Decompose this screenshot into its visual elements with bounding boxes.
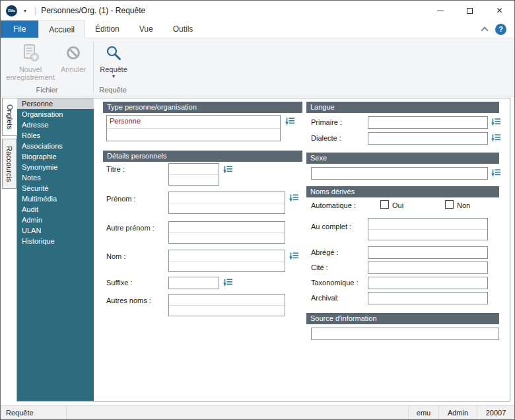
tab-outils[interactable]: Outils — [163, 20, 203, 38]
maximize-button[interactable] — [455, 1, 485, 20]
group-label-requete: Requête — [94, 86, 132, 96]
taxonomique-label: Taxonomique : — [311, 279, 359, 287]
sidebar-item-historique[interactable]: Historique — [17, 236, 94, 246]
new-record-label: Nouvel enregistrement — [4, 65, 57, 81]
dialecte-label: Dialecte : — [311, 134, 341, 142]
ribbon-group-requete: Requête ▾ Requête — [94, 38, 132, 96]
titlebar-dropdown-icon[interactable]: ▾ — [20, 5, 30, 16]
autres-noms-field[interactable] — [168, 294, 285, 316]
lookup-list-icon[interactable] — [491, 168, 502, 178]
sidebar-item-notes[interactable]: Notes — [17, 172, 94, 183]
primaire-label: Primaire : — [311, 118, 342, 126]
oui-checkbox[interactable] — [380, 200, 389, 209]
status-user: emu — [409, 405, 439, 419]
sidebar-item-personne[interactable]: Personne — [17, 98, 94, 109]
archival-label: Archival: — [311, 294, 339, 302]
lookup-list-icon[interactable] — [491, 133, 502, 143]
tab-file[interactable]: File — [1, 20, 38, 38]
titre-field[interactable] — [168, 163, 219, 186]
lookup-list-icon[interactable] — [289, 252, 300, 262]
new-record-button: Nouvel enregistrement — [4, 41, 57, 81]
cancel-label: Annuler — [61, 65, 86, 73]
ribbon-tab-bar: File Accueil Édition Vue Outils ? — [1, 20, 514, 38]
archival-field[interactable] — [368, 292, 488, 304]
ribbon: Nouvel enregistrement Annuler Fichier — [1, 38, 514, 96]
tab-vue[interactable]: Vue — [129, 20, 163, 38]
ribbon-group-fichier-buttons: Nouvel enregistrement Annuler — [1, 38, 93, 86]
dialecte-field[interactable] — [368, 132, 488, 145]
query-dropdown-icon[interactable]: ▾ — [112, 74, 115, 79]
nom-field[interactable] — [168, 250, 285, 272]
prenom-field[interactable] — [168, 192, 285, 214]
window-controls: ✕ — [425, 1, 514, 20]
sidebar-item-securite[interactable]: Sécurité — [17, 183, 94, 193]
non-checkbox[interactable] — [445, 200, 454, 209]
type-value: Personne — [110, 117, 141, 125]
help-icon[interactable]: ? — [495, 24, 506, 35]
section-header-type: Type personne/organisation — [103, 102, 302, 113]
close-button[interactable]: ✕ — [485, 1, 514, 20]
sidebar-item-multimedia[interactable]: Multimédia — [17, 193, 94, 204]
automatique-label: Automatique : — [311, 201, 356, 209]
titre-label: Titre : — [106, 165, 125, 173]
sidebar-item-audit[interactable]: Audit — [17, 204, 94, 215]
lookup-list-icon[interactable] — [289, 193, 300, 203]
section-header-sexe: Sexe — [306, 153, 499, 164]
titlebar: EMu ▾ | Personnes/Org. (1) - Requête ✕ — [1, 1, 514, 20]
sidebar-item-synonymie[interactable]: Synonymie — [17, 162, 94, 172]
group-label-fichier: Fichier — [1, 86, 93, 96]
lookup-list-icon[interactable] — [285, 117, 296, 127]
suffixe-label: Suffixe : — [106, 279, 133, 287]
non-label: Non — [457, 201, 470, 209]
ribbon-collapse-icon[interactable] — [481, 26, 488, 34]
sexe-field[interactable] — [311, 167, 488, 180]
lookup-list-icon[interactable] — [491, 118, 502, 127]
ribbon-group-requete-buttons: Requête ▾ — [94, 38, 132, 86]
cite-field[interactable] — [368, 262, 488, 274]
tab-sidebar: Personne Organisation Adresse Rôles Asso… — [17, 98, 94, 401]
sidebar-item-ulan[interactable]: ULAN — [17, 225, 94, 236]
abrege-field[interactable] — [368, 246, 488, 259]
au-complet-field[interactable] — [368, 218, 488, 240]
tab-edition[interactable]: Édition — [85, 20, 129, 38]
window-title: Personnes/Org. (1) - Requête — [41, 6, 145, 15]
side-tab-raccourcis[interactable]: Raccourcis — [2, 139, 17, 189]
status-record: 20007 — [477, 405, 514, 419]
section-header-source: Source d'information — [306, 313, 499, 324]
sidebar-item-organisation[interactable]: Organisation — [17, 109, 94, 120]
lookup-list-icon[interactable] — [223, 278, 234, 288]
section-header-langue: Langue — [306, 102, 499, 113]
au-complet-label: Au complet : — [311, 223, 351, 230]
abrege-label: Abrégé : — [311, 248, 339, 256]
ribbon-tools: ? — [482, 20, 514, 38]
cancel-icon — [63, 42, 84, 63]
query-button[interactable]: Requête ▾ — [97, 41, 130, 79]
sidebar-item-associations[interactable]: Associations — [17, 141, 94, 151]
status-bar: Requête emu Admin 20007 — [1, 405, 514, 419]
titlebar-separator: | — [34, 6, 36, 15]
lookup-list-icon[interactable] — [223, 165, 234, 175]
cancel-button: Annuler — [57, 41, 90, 73]
app-icon[interactable]: EMu — [6, 5, 17, 17]
nom-label: Nom : — [106, 252, 125, 260]
tab-accueil[interactable]: Accueil — [38, 20, 85, 38]
side-tab-onglets[interactable]: Onglets — [2, 98, 17, 136]
app-window: EMu ▾ | Personnes/Org. (1) - Requête ✕ F… — [0, 0, 515, 420]
sidebar-item-adresse[interactable]: Adresse — [17, 120, 94, 130]
taxonomique-field[interactable] — [368, 277, 488, 289]
sidebar-item-admin[interactable]: Admin — [17, 215, 94, 225]
oui-label: Oui — [392, 201, 403, 209]
autre-prenom-field[interactable] — [168, 221, 285, 244]
cite-label: Cité : — [311, 263, 328, 271]
source-field[interactable] — [311, 328, 499, 340]
query-label: Requête — [100, 65, 127, 73]
status-spacer — [67, 405, 409, 419]
sidebar-item-biographie[interactable]: Biographie — [17, 151, 94, 162]
ribbon-group-fichier: Nouvel enregistrement Annuler Fichier — [1, 38, 93, 96]
minimize-button[interactable] — [425, 1, 455, 20]
primaire-field[interactable] — [368, 116, 488, 129]
section-header-details: Détails personnels — [103, 151, 302, 162]
suffixe-field[interactable] — [168, 277, 219, 289]
type-field[interactable]: Personne — [106, 115, 281, 141]
sidebar-item-roles[interactable]: Rôles — [17, 130, 94, 141]
